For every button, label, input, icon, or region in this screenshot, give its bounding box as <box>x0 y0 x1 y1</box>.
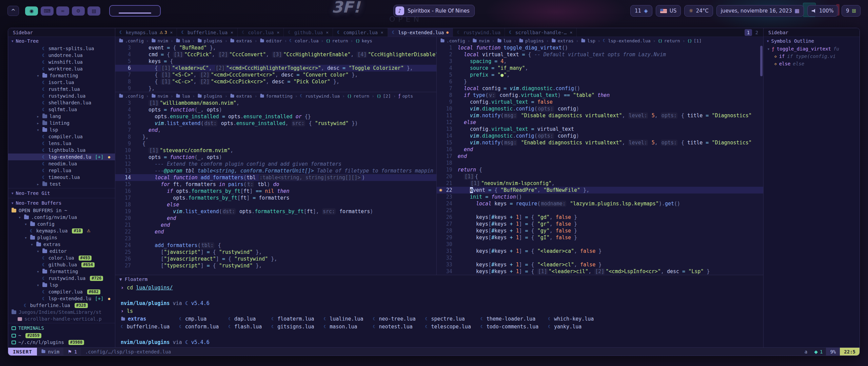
tab-color.lua[interactable]: ☾color.lua× <box>238 28 284 37</box>
breadcrumb-segment[interactable]: ☾rustywind.lua <box>300 94 340 99</box>
tree-item[interactable]: ☾github.lua#654 <box>8 261 115 268</box>
code-line[interactable]: 4 source = "if_many", <box>437 65 763 72</box>
code-area[interactable]: 3 event = { "BufRead" }, 4 cmd = { [1]"C… <box>115 44 436 92</box>
tree-item[interactable]: ☾lsp-extended.lu[+]● <box>8 154 115 160</box>
code-line[interactable]: 16 end <box>437 146 763 153</box>
terminal-ls-item[interactable]: ☾lualine.lua <box>324 315 363 323</box>
section-header-terminals[interactable]: TERMINALS <box>8 324 115 332</box>
code-line[interactable]: 19return { <box>437 166 763 173</box>
terminal-ls-item[interactable]: ☾flash.lua <box>228 323 262 331</box>
tree-item[interactable]: ☾keymaps.lua#10⚠ <box>8 227 115 234</box>
code-line[interactable]: 27 keys[#keys + 1] = { "gr", false } <box>437 221 763 227</box>
outline-item[interactable]: ◇ifif type(config.vi <box>764 53 860 60</box>
breadcrumb-segment[interactable]: .config <box>119 38 144 43</box>
code-line[interactable]: 13 config.virtual_text = virtual_text <box>437 126 763 133</box>
code-line[interactable]: 8 { [1]"<C-c>", [2]"<cmd>CccPick<cr>", d… <box>115 78 436 85</box>
breadcrumb-segment[interactable]: extras <box>230 94 252 99</box>
code-line[interactable]: 20 [1]{ <box>437 173 763 180</box>
breadcrumb-segment[interactable]: editor <box>260 38 282 43</box>
scrollbar-handle[interactable] <box>760 46 763 76</box>
code-line[interactable]: 20 end <box>115 215 436 222</box>
updates-pill[interactable]: 11 ◈ <box>630 5 652 17</box>
breadcrumb-segment[interactable]: {}keys <box>355 38 372 43</box>
code-line[interactable]: 22 end <box>115 228 436 235</box>
tab-compiler.lua[interactable]: ☾compiler.lua× <box>333 28 388 37</box>
loop-button[interactable]: ∞ <box>56 6 69 16</box>
code-line[interactable]: 5 opts.ensure_installed = opts.ensure_in… <box>115 113 436 120</box>
tab-page-2[interactable]: 2 <box>753 29 761 36</box>
tree-item[interactable]: ▸test <box>8 181 115 187</box>
tab-bufferline.lua[interactable]: ☾bufferline.lua× <box>177 28 238 37</box>
breadcrumb-segment[interactable]: nvim <box>151 38 168 43</box>
tree-item[interactable]: ▾config <box>8 221 115 227</box>
code-area[interactable]: 1local function toggle_diag_virtext() 2 … <box>437 44 763 275</box>
tree-item[interactable]: ☾undotree.lua <box>8 52 115 59</box>
tab-lsp-extended.lua[interactable]: ☾lsp-extended.lua● <box>388 28 453 37</box>
code-line[interactable]: 34 keys[#keys + 1] = { [1]"<leader>cil",… <box>437 268 763 275</box>
breadcrumb-segment[interactable]: ƒopts <box>398 94 413 99</box>
code-line[interactable]: 7 local config = vim.diagnostic.config() <box>437 85 763 92</box>
terminal-ls-item[interactable]: extras <box>121 315 170 323</box>
code-line[interactable]: 30 <box>437 241 763 248</box>
tree-item[interactable]: ☾compiler.lua <box>8 133 115 140</box>
terminal-ls-item[interactable]: ☾conform.lua <box>179 323 219 331</box>
tree-item[interactable]: ▾formatting <box>8 72 115 79</box>
workspace-tab[interactable] <box>109 5 161 17</box>
tree-item[interactable]: ▾editor <box>8 248 115 255</box>
code-line[interactable]: 13 ---@param tbl table<string, conform.F… <box>115 167 436 174</box>
tree-item[interactable]: ☾color.lua#493 <box>8 255 115 261</box>
launcher-button[interactable]: ^ <box>7 6 19 16</box>
outline-item[interactable]: ◇elseelse <box>764 60 860 67</box>
tab-close-icon[interactable]: × <box>231 30 233 35</box>
code-line[interactable]: 28 keys[#keys + 1] = { "gy", false } <box>437 227 763 234</box>
terminal-ls-item[interactable]: ☾cmp.lua <box>179 315 219 323</box>
terminal-ls-item[interactable]: ☾dap.lua <box>228 315 262 323</box>
tree-item[interactable]: ▾formatting <box>8 268 115 275</box>
keyboard-layout-pill[interactable]: US <box>656 5 681 17</box>
code-line[interactable]: 10 vim.diagnostic.config(opts: config) <box>437 105 763 112</box>
code-line[interactable]: 2 local virtual_text = { -- Default virt… <box>437 51 763 58</box>
code-line[interactable]: 3 spacing = 4, <box>437 58 763 65</box>
tree-item[interactable]: ☾timeout.lua <box>8 174 115 181</box>
code-line[interactable]: 17end <box>437 153 763 160</box>
terminal-ls-item[interactable]: ☾bufferline.lua <box>121 323 170 331</box>
code-line[interactable]: 21 end <box>115 222 436 228</box>
tab-close-icon[interactable]: × <box>570 30 572 35</box>
terminal-ls-item[interactable]: ☾which-key.lua <box>548 315 594 323</box>
tree-item[interactable]: ☾neodim.lua <box>8 160 115 167</box>
tab-close-icon[interactable]: × <box>277 30 279 35</box>
tree-item[interactable]: ▸lang <box>8 113 115 120</box>
code-line[interactable]: 12 else <box>437 119 763 126</box>
tab-rustywind.lua[interactable]: ☾rustywind.lua <box>453 28 505 37</box>
code-line[interactable]: 9 }, <box>115 85 436 92</box>
code-line[interactable]: 5 keys = { <box>115 58 436 65</box>
breadcrumb-segment[interactable]: .config <box>119 94 144 99</box>
tree-item[interactable]: scrollbar-handle-vertical.p <box>8 316 115 322</box>
terminal-ls-item[interactable]: ☾theme-loader.lua <box>480 315 538 323</box>
code-line[interactable]: 21 [1]"neovim/nvim-lspconfig", <box>437 180 763 187</box>
music-widget[interactable]: ♪ Spiritbox - Rule Of Nines <box>393 5 475 17</box>
code-line[interactable]: 11 opts = function(_, opts) <box>115 154 436 161</box>
breadcrumb-segment[interactable]: {}return <box>347 94 369 99</box>
tree-item[interactable]: ☾bufferline.lua#328 <box>8 302 115 309</box>
code-line[interactable]: 6 vim.list_extend(dst: opts.ensure_insta… <box>115 120 436 127</box>
terminal-ls-item[interactable]: ☾todo-comments.lua <box>480 323 538 331</box>
code-line[interactable]: 23 init = function() <box>437 194 763 200</box>
floaterm-header[interactable]: ▼ Floaterm <box>115 275 763 283</box>
tree-item[interactable]: Juegos/Indies/SteamLibrary/st <box>8 309 115 316</box>
tree-item[interactable]: OPEN BUFFERS in ~ <box>8 207 115 214</box>
floaterm-body[interactable]: › cd lua/plugins/ nvim/lua/plugins via ☾… <box>115 283 763 347</box>
tree-item[interactable]: ☾lightbulb.lua <box>8 147 115 154</box>
code-line[interactable]: 17 opts.formatters_by_ft[ft] = formatter… <box>115 195 436 201</box>
tree-item[interactable]: ▾lsp <box>8 282 115 288</box>
breadcrumb-segment[interactable]: nvim <box>472 38 489 43</box>
code-line[interactable]: 27 ["typescript"] = { "rustywind" }, <box>115 262 436 269</box>
code-line[interactable]: 4 opts = function(_, opts) <box>115 106 436 113</box>
code-line[interactable]: 31 keys[#keys + 1] = { "<leader>ca", fal… <box>437 248 763 255</box>
section-header-neotree[interactable]: ▾ Neo-Tree <box>8 37 115 45</box>
code-line[interactable]: 15 vim.notify(msg: "Enabled diagnostics … <box>437 139 763 146</box>
terminal-ls-item[interactable]: ☾yanky.lua <box>548 323 594 331</box>
terminal-ls-item[interactable]: ☾mason.lua <box>324 323 363 331</box>
power-button[interactable]: ◉ <box>25 6 38 16</box>
tab-close-icon[interactable]: × <box>381 30 383 35</box>
